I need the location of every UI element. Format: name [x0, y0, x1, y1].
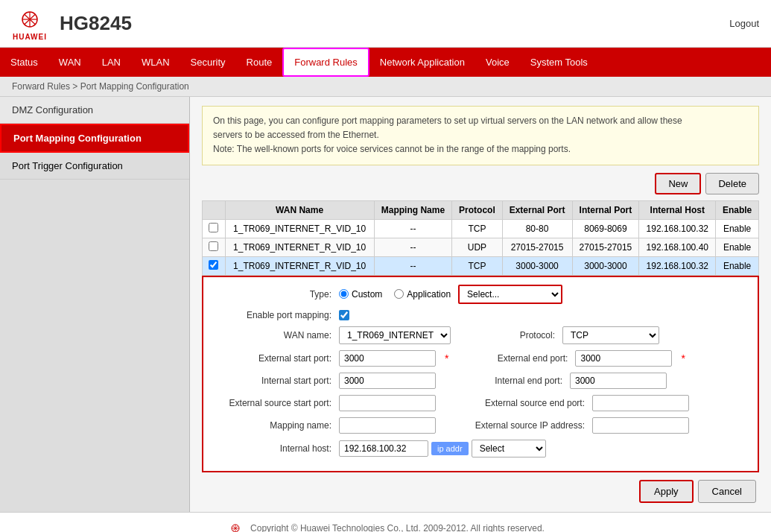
mapping-name-label: Mapping name: [212, 420, 331, 431]
sidebar-item-dmz[interactable]: DMZ Configuration [0, 97, 189, 124]
table-row: 1_TR069_INTERNET_R_VID_10 -- TCP 3000-30… [203, 256, 759, 275]
port-mapping-table: WAN Name Mapping Name Protocol External … [202, 200, 759, 276]
application-radio-label[interactable]: Application [394, 289, 451, 300]
delete-button[interactable]: Delete [705, 173, 759, 194]
cell-int-port-2: 27015-27015 [572, 238, 639, 256]
wan-label: WAN name: [212, 330, 331, 341]
nav-item-route[interactable]: Route [236, 48, 283, 77]
new-button[interactable]: New [655, 173, 701, 194]
int-start-label: Internal start port: [212, 376, 331, 386]
cell-wan-3: 1_TR069_INTERNET_R_VID_10 [225, 256, 374, 275]
form-row-ext-ports: External start port: * External end port… [212, 350, 749, 367]
cell-enable-2: Enable [716, 238, 759, 256]
int-host-input[interactable] [339, 440, 428, 457]
int-host-label: Internal host: [212, 443, 331, 454]
ext-end-label: External end port: [471, 353, 568, 364]
form-row-type: Type: Custom Application Select... [212, 285, 749, 304]
sidebar: DMZ Configuration Port Mapping Configura… [0, 97, 190, 512]
cell-enable-3: Enable [716, 256, 759, 275]
col-ext-port: External Port [502, 200, 572, 219]
host-select[interactable]: Select [472, 440, 546, 457]
table-row: 1_TR069_INTERNET_R_VID_10 -- UDP 27015-2… [203, 238, 759, 256]
int-start-port-input[interactable] [339, 373, 436, 389]
row-checkbox-3[interactable] [209, 260, 218, 270]
form-row-mapping-ip: Mapping name: External source IP address… [212, 417, 749, 434]
col-protocol: Protocol [452, 200, 502, 219]
custom-radio-label[interactable]: Custom [339, 289, 382, 300]
footer: Copyright © Huawei Technologies Co., Ltd… [0, 512, 771, 532]
port-mapping-form: Type: Custom Application Select... [202, 276, 759, 472]
nav-item-lan[interactable]: LAN [92, 48, 131, 77]
nav-item-forward-rules[interactable]: Forward Rules [282, 48, 369, 77]
ext-start-required: * [445, 352, 448, 364]
cancel-button[interactable]: Cancel [698, 480, 756, 503]
table-toolbar: New Delete [202, 173, 759, 194]
cell-protocol-3: TCP [452, 256, 502, 275]
nav-item-voice[interactable]: Voice [475, 48, 520, 77]
application-radio[interactable] [394, 289, 404, 299]
cell-ext-port-2: 27015-27015 [502, 238, 572, 256]
sidebar-item-port-trigger[interactable]: Port Trigger Configuration [0, 153, 189, 180]
form-row-int-ports: Internal start port: Internal end port: [212, 373, 749, 389]
enable-label: Enable port mapping: [212, 310, 331, 320]
int-end-port-input[interactable] [570, 373, 667, 389]
nav-item-system-tools[interactable]: System Tools [520, 48, 598, 77]
nav-item-security[interactable]: Security [180, 48, 236, 77]
cell-mapping-3: -- [374, 256, 452, 275]
huawei-logo-icon [12, 6, 48, 33]
cell-int-port-1: 8069-8069 [572, 219, 639, 238]
ext-start-port-input[interactable] [339, 350, 436, 367]
wan-name-select[interactable]: 1_TR069_INTERNET [339, 326, 451, 344]
nav-item-status[interactable]: Status [0, 48, 48, 77]
table-row: 1_TR069_INTERNET_R_VID_10 -- TCP 80-80 8… [203, 219, 759, 238]
cell-ext-port-1: 80-80 [502, 219, 572, 238]
ext-src-start-port-input[interactable] [339, 395, 436, 411]
type-radio-group: Custom Application [339, 289, 451, 300]
cell-protocol-1: TCP [452, 219, 502, 238]
logout-button[interactable]: Logout [729, 18, 759, 29]
nav-item-network-application[interactable]: Network Application [369, 48, 475, 77]
ip-addr-button[interactable]: ip addr [431, 442, 469, 455]
cell-int-host-1: 192.168.100.32 [639, 219, 716, 238]
footer-logo-icon [226, 522, 244, 532]
form-row-wan-protocol: WAN name: 1_TR069_INTERNET Protocol: TCP [212, 326, 749, 344]
form-row-int-host: Internal host: ip addr Select [212, 440, 749, 457]
form-row-ext-src-ports: External source start port: External sou… [212, 395, 749, 411]
row-checkbox-1[interactable] [209, 223, 218, 232]
nav-item-wan[interactable]: WAN [48, 48, 92, 77]
application-select[interactable]: Select... [458, 285, 562, 304]
apply-button[interactable]: Apply [639, 480, 694, 503]
custom-radio[interactable] [339, 289, 349, 299]
ext-start-label: External start port: [212, 353, 331, 364]
content-area: On this page, you can configure port map… [190, 97, 771, 512]
main-layout: DMZ Configuration Port Mapping Configura… [0, 97, 771, 512]
cell-int-host-2: 192.168.100.40 [639, 238, 716, 256]
header: HUAWEI HG8245 Logout [0, 0, 771, 48]
col-wan-name: WAN Name [225, 200, 374, 219]
cell-protocol-2: UDP [452, 238, 502, 256]
nav-item-wlan[interactable]: WLAN [131, 48, 180, 77]
col-int-port: Internal Port [572, 200, 639, 219]
protocol-label: Protocol: [488, 330, 555, 341]
mapping-name-input[interactable] [339, 417, 436, 434]
form-bottom-toolbar: Apply Cancel [202, 480, 759, 503]
info-box: On this page, you can configure port map… [202, 106, 759, 165]
enable-checkbox[interactable] [339, 310, 349, 320]
ext-src-end-port-input[interactable] [592, 395, 689, 411]
cell-mapping-2: -- [374, 238, 452, 256]
cell-mapping-1: -- [374, 219, 452, 238]
row-checkbox-2[interactable] [209, 241, 218, 251]
col-checkbox [203, 200, 226, 219]
sidebar-item-port-mapping[interactable]: Port Mapping Configuration [0, 124, 189, 153]
form-row-enable: Enable port mapping: [212, 310, 749, 320]
protocol-select[interactable]: TCP [562, 326, 659, 344]
ext-src-ip-input[interactable] [592, 417, 689, 434]
cell-int-host-3: 192.168.100.32 [639, 256, 716, 275]
ext-src-ip-label: External source IP address: [466, 420, 585, 431]
type-label: Type: [212, 289, 331, 300]
ext-end-port-input[interactable] [575, 350, 672, 367]
int-end-label: Internal end port: [466, 376, 562, 386]
col-mapping-name: Mapping Name [374, 200, 452, 219]
brand-text: HUAWEI [13, 33, 47, 41]
col-int-host: Internal Host [639, 200, 716, 219]
